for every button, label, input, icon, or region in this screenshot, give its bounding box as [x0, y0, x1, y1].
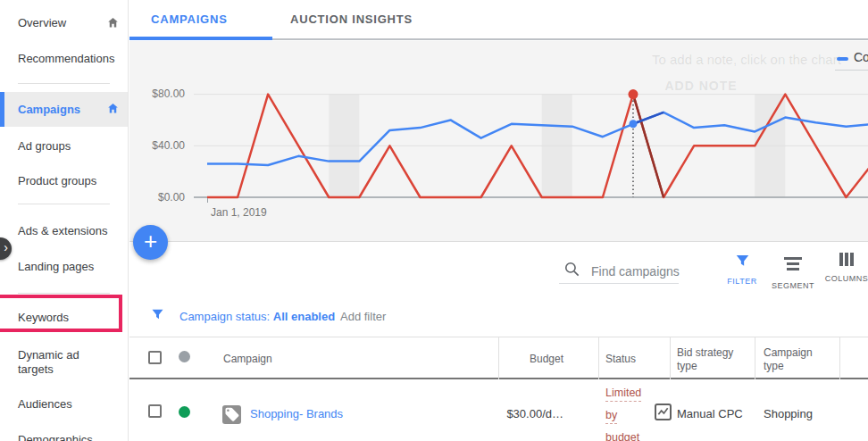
filter-button-label: FILTER [717, 277, 767, 286]
add-campaign-fab[interactable]: + [133, 225, 168, 260]
sidebar-item-recommendations[interactable]: Recommendations [0, 52, 129, 66]
status-text-line3: budget [605, 431, 639, 441]
columns-icon [839, 253, 855, 270]
chart-note-hint-text: To add a note, click on the chart [652, 52, 839, 67]
add-filter-button[interactable]: Add filter [340, 310, 386, 323]
sidebar: Overview Recommendations Campaigns Ad gr… [0, 0, 129, 441]
sidebar-item-ad-groups[interactable]: Ad groups [0, 139, 129, 154]
home-icon [106, 16, 120, 29]
segment-icon [783, 254, 803, 273]
search-input-underline [559, 283, 679, 284]
bid-strategy-cell: Manual CPC [677, 407, 743, 420]
legend-label: Co [854, 50, 868, 64]
status-cell[interactable]: Limited by budget [605, 384, 641, 441]
x-axis-tick-mark [207, 198, 208, 203]
select-all-checkbox[interactable] [148, 351, 162, 364]
search-input[interactable]: Find campaigns [591, 264, 680, 279]
budget-cell: $30.00/d… [498, 407, 563, 420]
segment-button-label: SEGMENT [768, 281, 818, 290]
status-text-line1: Limited [605, 387, 641, 402]
status-text-line2: by [605, 409, 617, 424]
enabled-status-dot[interactable] [179, 406, 190, 418]
filter-funnel-icon [734, 253, 751, 269]
performance-chart[interactable]: $80.00 $40.00 $0.00 Jan 1, 2019 To add a… [129, 41, 868, 242]
segment-button[interactable]: SEGMENT [768, 253, 818, 290]
tab-auction-insights[interactable]: AUCTION INSIGHTS [290, 12, 413, 26]
keywords-highlight-box [0, 295, 122, 332]
search-icon[interactable] [563, 261, 580, 278]
column-header-campaign-type[interactable]: Campaign type [764, 346, 819, 373]
sidebar-divider [18, 204, 110, 204]
filter-funnel-icon [150, 307, 165, 321]
table-row[interactable]: Shopping- Brands $30.00/d… Limited by bu… [129, 379, 868, 441]
campaign-status-filter-chip[interactable]: Campaign status: All enabled [179, 310, 335, 323]
filter-value: All enabled [273, 310, 335, 323]
legend-line-swatch [837, 57, 848, 61]
x-axis-label: Jan 1, 2019 [211, 206, 267, 219]
filter-bar: Campaign status: All enabled Add filter [129, 295, 868, 337]
column-header-status[interactable]: Status [605, 353, 636, 366]
campaign-name-link[interactable]: Shopping- Brands [250, 407, 343, 420]
filter-button[interactable]: FILTER [717, 253, 767, 286]
campaign-type-cell: Shopping [764, 407, 813, 420]
sidebar-divider [18, 293, 110, 294]
sidebar-item-dynamic-ad-targets[interactable]: Dynamic ad targets [0, 348, 98, 377]
tab-campaigns[interactable]: CAMPAIGNS [151, 12, 228, 26]
bid-simulator-chart-icon[interactable] [655, 404, 672, 420]
home-icon-active [106, 102, 120, 115]
columns-button-label: COLUMNS [822, 274, 868, 283]
sidebar-item-ads-extensions[interactable]: Ads & extensions [0, 224, 129, 238]
row-checkbox[interactable] [148, 404, 162, 418]
column-header-campaign[interactable]: Campaign [223, 353, 272, 366]
y-axis-tick-0: $0.00 [137, 191, 185, 204]
status-dot-header-icon [179, 351, 190, 362]
sidebar-item-audiences[interactable]: Audiences [0, 397, 129, 412]
sidebar-divider [18, 83, 110, 84]
sidebar-item-demographics[interactable]: Demographics [0, 433, 129, 441]
columns-button[interactable]: COLUMNS [822, 253, 868, 283]
tab-bar: CAMPAIGNS AUCTION INSIGHTS [129, 0, 868, 41]
shopping-campaign-icon [222, 405, 241, 424]
add-note-button-ghost[interactable]: ADD NOTE [612, 79, 790, 93]
y-axis-tick-80: $80.00 [137, 87, 185, 100]
active-tab-underline [129, 37, 272, 40]
legend-underline [835, 70, 868, 71]
y-axis-tick-40: $40.00 [137, 139, 185, 152]
column-header-budget[interactable]: Budget [498, 353, 563, 366]
column-header-bid-strategy-type[interactable]: Bid strategy type [677, 346, 739, 373]
sidebar-item-product-groups[interactable]: Product groups [0, 174, 129, 188]
sidebar-item-landing-pages[interactable]: Landing pages [0, 260, 129, 274]
table-toolbar: Find campaigns FILTER SEGMENT COLUMNS [129, 243, 868, 295]
